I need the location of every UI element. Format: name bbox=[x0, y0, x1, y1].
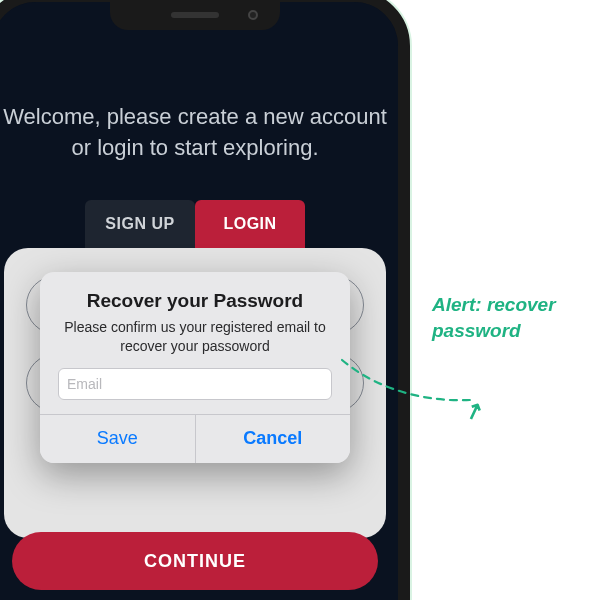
tab-signup[interactable]: SIGN UP bbox=[85, 200, 195, 248]
annotation-label: Alert: recover password bbox=[432, 292, 592, 343]
continue-button[interactable]: CONTINUE bbox=[12, 532, 378, 590]
alert-actions: Save Cancel bbox=[40, 414, 350, 463]
auth-tabs: SIGN UP LOGIN bbox=[85, 200, 305, 248]
welcome-text: Welcome, please create a new account or … bbox=[0, 102, 398, 164]
phone-notch bbox=[110, 2, 280, 30]
save-button[interactable]: Save bbox=[40, 415, 195, 463]
recover-password-alert: Recover your Password Please confirm us … bbox=[40, 272, 350, 463]
screen-background: Welcome, please create a new account or … bbox=[0, 2, 398, 600]
alert-message: Please confirm us your registered email … bbox=[58, 318, 332, 368]
camera-icon bbox=[248, 10, 258, 20]
tab-login[interactable]: LOGIN bbox=[195, 200, 305, 248]
speaker-icon bbox=[171, 12, 219, 18]
phone-frame: Welcome, please create a new account or … bbox=[0, 0, 410, 600]
email-field[interactable] bbox=[58, 368, 332, 400]
cancel-button[interactable]: Cancel bbox=[195, 415, 351, 463]
annotation-arrowhead-icon: ↗ bbox=[461, 396, 487, 427]
alert-title: Recover your Password bbox=[58, 290, 332, 312]
